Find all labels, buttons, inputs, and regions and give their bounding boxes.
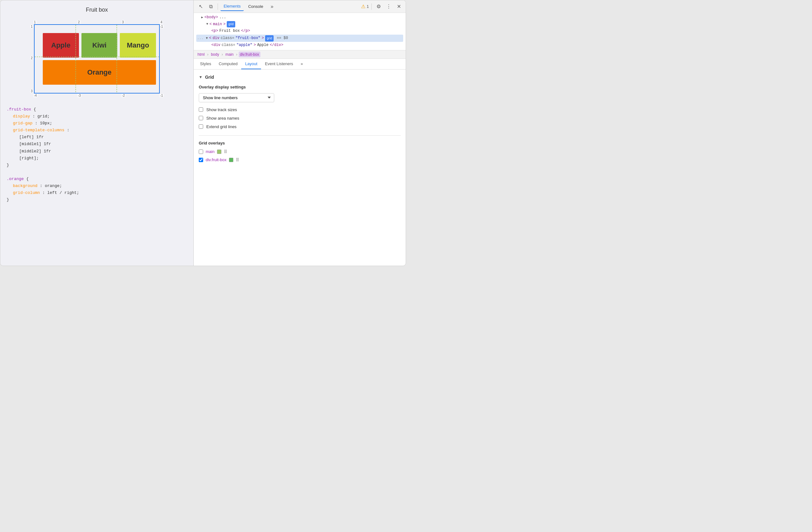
grid-overlays-title: Grid overlays xyxy=(199,141,401,145)
label-extend-lines[interactable]: Extend grid lines xyxy=(206,124,236,129)
cell-apple: Apple xyxy=(43,33,79,58)
code-line: [right]; xyxy=(6,155,187,162)
grid-section-title: Grid xyxy=(205,74,214,80)
warning-icon: ⚠ xyxy=(361,3,365,10)
overlay-item-main: main ⠿ xyxy=(199,149,401,154)
close-button[interactable]: ✕ xyxy=(394,2,403,11)
layout-content: ▼ Grid Overlay display settings Show lin… xyxy=(194,70,406,266)
settings-icon[interactable]: ⚙ xyxy=(374,2,383,11)
dom-line-body: ▶ <body> ... xyxy=(196,14,403,21)
grid-line-bot-neg4: -4 xyxy=(33,94,38,97)
grid-line-left-1: 1 xyxy=(30,25,33,28)
code-selector: .fruit-box xyxy=(6,107,31,112)
grid-line-left-2: 2 xyxy=(30,56,33,60)
grid-line-top-4: 4 xyxy=(160,20,163,24)
checkbox-overlay-main[interactable] xyxy=(199,150,203,154)
code-line: grid-column : left / right; xyxy=(6,190,187,196)
label-overlay-fruit-box[interactable]: div.fruit-box xyxy=(206,157,227,162)
overlay-settings-title: Overlay display settings xyxy=(199,85,401,89)
toolbar-divider xyxy=(218,3,218,10)
code-line: grid-template-columns : xyxy=(6,127,187,134)
grid-outline: Apple Kiwi Mango Orange xyxy=(34,24,160,94)
checkbox-overlay-fruit-box[interactable] xyxy=(199,158,203,162)
tab-event-listeners[interactable]: Event Listeners xyxy=(261,59,297,69)
dom-triangle[interactable]: ▼ xyxy=(206,22,208,27)
code-line: [middle1] 1fr xyxy=(6,141,187,148)
overlay-item-fruit-box: div.fruit-box ⠿ xyxy=(199,157,401,163)
grid-visual: 1 2 3 4 -1 1 2 3 -4 -3 -2 -1 Apple Kiwi … xyxy=(28,18,166,100)
tab-computed[interactable]: Computed xyxy=(215,59,241,69)
code-line: } xyxy=(6,162,187,169)
color-swatch-main[interactable] xyxy=(217,150,221,154)
code-section: .fruit-box { display : grid; grid-gap : … xyxy=(6,106,187,260)
section-collapse-icon[interactable]: ▼ xyxy=(199,75,203,79)
checkbox-area-names[interactable] xyxy=(199,116,203,120)
breadcrumb-body[interactable]: body xyxy=(210,52,220,57)
breadcrumb: html › body › main › div.fruit-box xyxy=(194,51,406,59)
layers-icon[interactable]: ⧉ xyxy=(206,2,215,11)
devtools-panel: ↖ ⧉ Elements Console » ⚠ 1 ⚙ ⋮ ✕ ▶ <body… xyxy=(194,0,406,266)
devtools-toolbar: ↖ ⧉ Elements Console » ⚠ 1 ⚙ ⋮ ✕ xyxy=(194,0,406,13)
dom-section: ▶ <body> ... ▼ < main > grid <p> Fruit b… xyxy=(194,13,406,51)
grid-line-top-2: 2 xyxy=(77,20,81,24)
grid-line-bot-neg1: -1 xyxy=(159,94,163,97)
checkbox-row-extend-lines: Extend grid lines xyxy=(199,124,401,129)
dom-triangle[interactable]: ▼ xyxy=(206,36,208,41)
breadcrumb-fruit-box[interactable]: div.fruit-box xyxy=(239,52,260,57)
code-line: .orange { xyxy=(6,176,187,183)
grid-overlays-section: Grid overlays main ⠿ div.fruit-box ⠿ xyxy=(199,141,401,163)
grid-section-header: ▼ Grid xyxy=(199,74,401,80)
tab-elements[interactable]: Elements xyxy=(220,2,244,11)
breadcrumb-main[interactable]: main xyxy=(224,52,235,57)
code-line: display : grid; xyxy=(6,113,187,120)
toolbar-divider-2 xyxy=(372,3,372,10)
label-area-names[interactable]: Show area names xyxy=(206,116,239,121)
warning-badge: ⚠ 1 xyxy=(361,3,369,10)
tab-layout[interactable]: Layout xyxy=(241,59,261,69)
grid-pattern-icon[interactable]: ⠿ xyxy=(224,149,227,154)
code-line: .fruit-box { xyxy=(6,106,187,113)
checkbox-extend-lines[interactable] xyxy=(199,124,203,129)
grid-line-top-3: 3 xyxy=(121,20,125,24)
tab-styles[interactable]: Styles xyxy=(196,59,215,69)
color-swatch-fruit-box[interactable] xyxy=(229,158,233,162)
dom-expand-icon: ... xyxy=(197,35,203,42)
dom-triangle[interactable]: ▶ xyxy=(201,15,203,20)
dom-badge-grid: grid xyxy=(227,21,235,27)
page-title: Fruit box xyxy=(6,6,187,13)
cell-kiwi: Kiwi xyxy=(82,33,118,58)
more-tabs-btn[interactable]: » xyxy=(297,59,307,69)
tabs-row: Styles Computed Layout Event Listeners » xyxy=(194,59,406,70)
fruit-grid: Apple Kiwi Mango Orange xyxy=(42,32,157,86)
code-line: grid-gap : 10px; xyxy=(6,120,187,127)
grid-line-bot-neg3: -3 xyxy=(77,94,82,97)
grid-line-top-neg1: -1 xyxy=(159,25,163,28)
code-selector: .orange xyxy=(6,177,24,181)
grid-pattern-icon-2[interactable]: ⠿ xyxy=(236,157,239,163)
dom-line-p: <p> Fruit box </p> xyxy=(196,28,403,34)
label-track-sizes[interactable]: Show track sizes xyxy=(206,107,237,112)
cell-mango: Mango xyxy=(120,33,156,58)
tab-console[interactable]: Console xyxy=(245,2,266,11)
grid-line-bot-neg2: -2 xyxy=(121,94,126,97)
overlay-settings-section: Overlay display settings Show line numbe… xyxy=(199,85,401,129)
more-tabs-icon[interactable]: » xyxy=(267,2,276,11)
more-vert-icon[interactable]: ⋮ xyxy=(384,2,393,11)
dropdown-row: Show line numbers Show track sizes Show … xyxy=(199,93,401,102)
dom-line-apple: <div class= "apple" > Apple </div> xyxy=(196,42,403,49)
code-line: background : orange; xyxy=(6,183,187,190)
cell-orange: Orange xyxy=(43,60,156,85)
dom-badge-grid-2: grid xyxy=(265,35,274,42)
left-panel: Fruit box 1 2 3 4 -1 1 2 3 -4 -3 -2 -1 A… xyxy=(0,0,194,266)
warning-count: 1 xyxy=(367,4,369,9)
checkbox-row-area-names: Show area names xyxy=(199,116,401,121)
section-divider xyxy=(199,135,401,136)
checkbox-track-sizes[interactable] xyxy=(199,107,203,112)
overlay-mode-select[interactable]: Show line numbers Show track sizes Show … xyxy=(199,93,274,102)
dom-line-main: ▼ < main > grid xyxy=(196,21,403,28)
breadcrumb-html[interactable]: html xyxy=(196,52,206,57)
label-overlay-main[interactable]: main xyxy=(206,149,215,154)
dom-line-fruit-box[interactable]: ... ▼ < div class= "fruit-box" > grid ==… xyxy=(196,34,403,42)
cursor-icon[interactable]: ↖ xyxy=(196,2,205,11)
code-line: } xyxy=(6,196,187,204)
